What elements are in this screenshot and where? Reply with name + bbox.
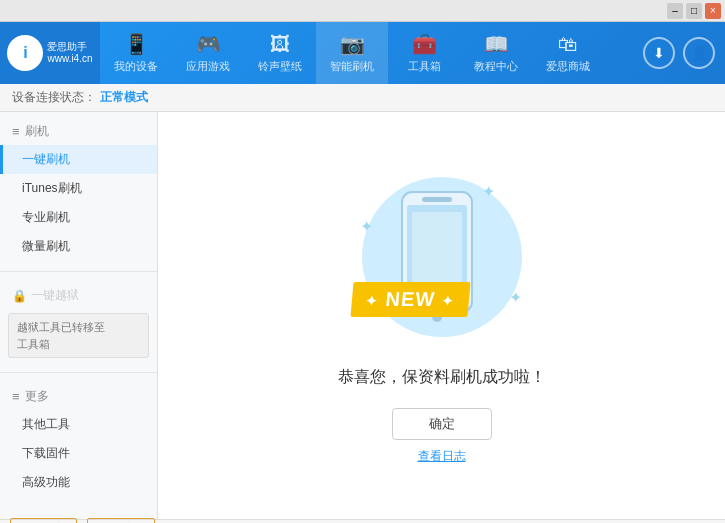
sidebar: ≡ 刷机 一键刷机 iTunes刷机 专业刷机 微量刷机 🔒 一键越狱 xyxy=(0,112,158,519)
svg-rect-2 xyxy=(422,197,452,202)
header: i 爱思助手 www.i4.cn 📱 我的设备 🎮 应用游戏 🖼 铃声壁纸 📷 … xyxy=(0,22,725,84)
nav-ringtone[interactable]: 🖼 铃声壁纸 xyxy=(244,22,316,84)
sidebar-item-other[interactable]: 其他工具 xyxy=(0,410,157,439)
minimize-button[interactable]: – xyxy=(667,3,683,19)
auto-disconnect-checkbox[interactable]: 自动断连 xyxy=(10,518,77,524)
sidebar-item-pro[interactable]: 专业刷机 xyxy=(0,203,157,232)
nav-smart-flash[interactable]: 📷 智能刷机 xyxy=(316,22,388,84)
sidebar-item-wechat[interactable]: 微量刷机 xyxy=(0,232,157,261)
nav-tutorial[interactable]: 📖 教程中心 xyxy=(460,22,532,84)
sidebar-section-jailbreak: 🔒 一键越狱 越狱工具已转移至工具箱 xyxy=(0,276,157,368)
nav-my-device[interactable]: 📱 我的设备 xyxy=(100,22,172,84)
bottom-left: 自动断连 跳过向导 📱 iPhone 12 mini 64GB Down-12m… xyxy=(10,518,379,524)
nav-tutorial-icon: 📖 xyxy=(484,32,509,56)
illustration: ✦ ✦ ✦ ✦ NEW ✦ xyxy=(352,167,532,347)
status-value: 正常模式 xyxy=(100,89,148,106)
sidebar-info-box: 越狱工具已转移至工具箱 xyxy=(8,313,149,358)
sidebar-section-header-flash[interactable]: ≡ 刷机 xyxy=(0,118,157,145)
nav-toolbox[interactable]: 🧰 工具箱 xyxy=(388,22,460,84)
close-button[interactable]: × xyxy=(705,3,721,19)
sidebar-section-more: ≡ 更多 其他工具 下载固件 高级功能 xyxy=(0,377,157,503)
success-text: 恭喜您，保资料刷机成功啦！ xyxy=(338,367,546,388)
sidebar-section-flash: ≡ 刷机 一键刷机 iTunes刷机 专业刷机 微量刷机 xyxy=(0,112,157,267)
download-button[interactable]: ⬇ xyxy=(643,37,675,69)
logo-area[interactable]: i 爱思助手 www.i4.cn xyxy=(0,22,100,84)
status-label: 设备连接状态： xyxy=(12,89,96,106)
status-bar: 设备连接状态： 正常模式 xyxy=(0,84,725,112)
more-section-icon: ≡ xyxy=(12,389,20,404)
logo-icon: i xyxy=(7,35,43,71)
nav-device-icon: 📱 xyxy=(124,32,149,56)
nav-flash-icon: 📷 xyxy=(340,32,365,56)
main-layout: ≡ 刷机 一键刷机 iTunes刷机 专业刷机 微量刷机 🔒 一键越狱 xyxy=(0,112,725,519)
nav-items: 📱 我的设备 🎮 应用游戏 🖼 铃声壁纸 📷 智能刷机 🧰 工具箱 📖 教程中心… xyxy=(100,22,643,84)
sidebar-item-onekey[interactable]: 一键刷机 xyxy=(0,145,157,174)
sidebar-section-header-more[interactable]: ≡ 更多 xyxy=(0,383,157,410)
sidebar-divider-1 xyxy=(0,271,157,272)
nav-shop-icon: 🛍 xyxy=(558,33,578,56)
sparkle-icon-3: ✦ xyxy=(509,288,522,307)
lock-icon: 🔒 xyxy=(12,289,27,303)
content-area: ✦ ✦ ✦ ✦ NEW ✦ 恭喜您，保资料刷机成功啦！ 确定 查看日志 xyxy=(158,112,725,519)
header-right: ⬇ 👤 xyxy=(643,37,725,69)
sidebar-divider-2 xyxy=(0,372,157,373)
maximize-button[interactable]: □ xyxy=(686,3,702,19)
sparkle-icon-2: ✦ xyxy=(360,217,373,236)
nav-app-icon: 🎮 xyxy=(196,32,221,56)
svg-rect-4 xyxy=(412,212,462,282)
flash-section-icon: ≡ xyxy=(12,124,20,139)
daily-log-link[interactable]: 查看日志 xyxy=(418,448,466,465)
logo-text: 爱思助手 www.i4.cn xyxy=(47,41,92,65)
nav-app-games[interactable]: 🎮 应用游戏 xyxy=(172,22,244,84)
user-button[interactable]: 👤 xyxy=(683,37,715,69)
nav-toolbox-icon: 🧰 xyxy=(412,32,437,56)
title-bar: – □ × xyxy=(0,0,725,22)
new-ribbon: ✦ NEW ✦ xyxy=(350,282,470,317)
confirm-button[interactable]: 确定 xyxy=(392,408,492,440)
sparkle-icon-1: ✦ xyxy=(482,182,495,201)
bottom-bar: 自动断连 跳过向导 📱 iPhone 12 mini 64GB Down-12m… xyxy=(0,519,725,523)
sidebar-item-itunes[interactable]: iTunes刷机 xyxy=(0,174,157,203)
skip-wizard-checkbox[interactable]: 跳过向导 xyxy=(87,518,154,524)
sidebar-item-firmware[interactable]: 下载固件 xyxy=(0,439,157,468)
nav-ringtone-icon: 🖼 xyxy=(270,33,290,56)
nav-shop[interactable]: 🛍 爱思商城 xyxy=(532,22,604,84)
sidebar-section-header-jailbreak: 🔒 一键越狱 xyxy=(0,282,157,309)
sidebar-item-advanced[interactable]: 高级功能 xyxy=(0,468,157,497)
